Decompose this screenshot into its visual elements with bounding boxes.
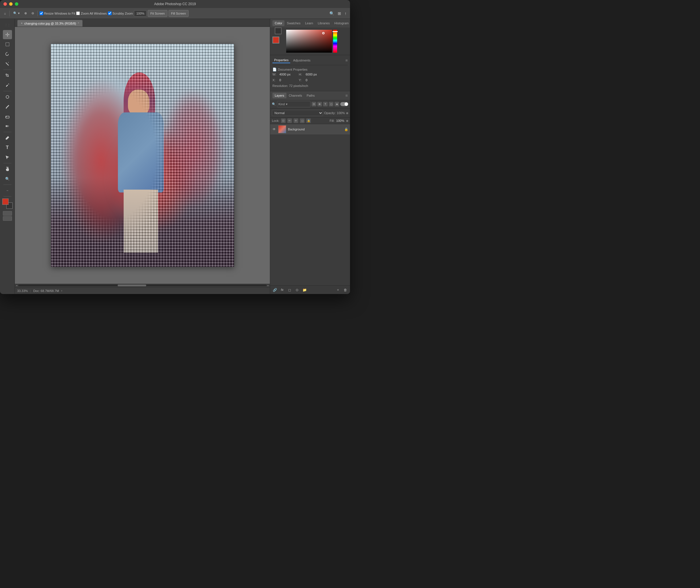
blend-mode-select[interactable]: Normal [272, 110, 323, 116]
tab-adjustments[interactable]: Adjustments [291, 58, 312, 63]
scroll-thumb-horizontal[interactable] [118, 285, 146, 286]
canvas-tab-active[interactable]: × changing-color.jpg @ 33.3% (RGB/8) * [17, 20, 83, 27]
delete-layer-button[interactable]: 🗑 [342, 287, 348, 293]
layer-row-background[interactable]: 👁 Background 🔒 [270, 124, 350, 134]
opacity-row: Opacity: 100% ⊕ [324, 111, 348, 115]
document-icon: 📄 [272, 67, 277, 71]
quick-mask-button[interactable] [3, 211, 12, 216]
bg-color-panel-swatch[interactable] [275, 27, 281, 34]
layers-filter-dropdown[interactable]: Kind ▾ [277, 101, 310, 107]
fill-screen-button[interactable]: Fill Screen [168, 10, 189, 17]
lock-transparent-pixels[interactable]: ⊡ [281, 118, 285, 123]
status-expand-arrow[interactable]: › [61, 289, 62, 292]
tab-learn[interactable]: Learn [303, 20, 315, 26]
lock-label: Lock: [272, 119, 279, 122]
x-value: 0 [279, 78, 296, 82]
zoom-out-button[interactable]: ⊖ [30, 10, 36, 17]
hue-slider[interactable] [333, 30, 337, 53]
new-group-button[interactable]: 📁 [301, 287, 307, 293]
new-layer-button[interactable]: + [335, 287, 341, 293]
horizontal-scrollbar[interactable]: ◂ ▸ [15, 284, 270, 287]
search-button[interactable]: 🔍 [328, 11, 335, 16]
scrubby-zoom-checkbox[interactable]: Scrubby Zoom [108, 11, 133, 15]
layers-panel-menu-icon[interactable]: ≡ [345, 93, 348, 98]
tab-channels[interactable]: Channels [286, 93, 304, 98]
color-gradient-picker[interactable] [286, 30, 332, 53]
layout-button[interactable]: ⊞ [336, 11, 342, 16]
filter-dropdown-arrow: ▾ [286, 102, 287, 106]
tool-selection[interactable] [3, 40, 12, 49]
tab-layers[interactable]: Layers [272, 93, 286, 98]
screen-mode-button[interactable] [3, 216, 12, 221]
tool-zoom[interactable]: 🔍 [3, 174, 12, 183]
tool-more[interactable]: ··· [3, 186, 12, 195]
tool-brush[interactable] [3, 102, 12, 111]
zoom-all-windows-checkbox[interactable]: Zoom All Windows [76, 11, 106, 15]
tool-path-select[interactable] [3, 153, 12, 162]
lock-image-pixels[interactable]: ✏ [287, 118, 292, 123]
fx-button[interactable]: fx [279, 287, 285, 293]
tool-magic-wand[interactable] [3, 59, 12, 68]
home-button[interactable]: ⌂ [2, 10, 8, 17]
close-tab-icon[interactable]: × [21, 22, 23, 25]
scrubby-zoom-label: Scrubby Zoom [112, 12, 133, 15]
tab-libraries[interactable]: Libraries [315, 20, 332, 26]
foreground-color-swatch[interactable] [2, 198, 9, 205]
fit-screen-button[interactable]: Fit Screen [148, 10, 167, 17]
minimize-button[interactable] [9, 2, 13, 6]
filter-text-icon[interactable]: T [323, 102, 328, 106]
scroll-left-arrow[interactable]: ◂ [15, 284, 18, 287]
width-label: W: [272, 73, 278, 76]
opacity-increment-icon[interactable]: ⊕ [346, 112, 348, 115]
link-layers-button[interactable]: 🔗 [272, 287, 277, 293]
tool-sep-1 [3, 69, 11, 70]
tab-swatches[interactable]: Swatches [284, 20, 303, 26]
tool-eraser[interactable] [3, 112, 12, 121]
tool-move[interactable] [3, 30, 12, 39]
layer-visibility-toggle[interactable]: 👁 [272, 127, 276, 132]
filter-shape-icon[interactable]: ◻ [329, 102, 333, 106]
tool-gradient[interactable] [3, 122, 12, 131]
fill-increment-icon[interactable]: ⊕ [346, 119, 348, 122]
filter-pixel-icon[interactable]: ⊡ [312, 102, 316, 106]
tool-spot-heal[interactable] [3, 92, 12, 102]
tool-lasso[interactable] [3, 49, 12, 59]
zoom-in-button[interactable]: ⊕ [23, 10, 29, 17]
color-panel-section: Color Swatches Learn Libraries Histogram… [270, 19, 350, 55]
tab-histogram[interactable]: Histogram [332, 20, 350, 26]
canvas-viewport[interactable] [15, 27, 270, 284]
adjustment-layer-button[interactable]: ⊙ [294, 287, 300, 293]
lock-artboard[interactable]: ◻ [300, 118, 304, 123]
lock-position[interactable]: ✛ [293, 118, 298, 123]
tool-text[interactable]: T [3, 143, 12, 152]
scroll-right-arrow[interactable]: ▸ [266, 284, 270, 287]
share-button[interactable]: ↑ [343, 11, 348, 16]
filter-smart-icon[interactable]: ◈ [334, 102, 339, 106]
person-pants [124, 190, 158, 253]
fg-color-panel-swatch[interactable] [272, 37, 279, 43]
tab-color[interactable]: Color [272, 20, 284, 26]
properties-panel-menu-icon[interactable]: ≡ [345, 58, 348, 63]
color-panel-tabs: Color Swatches Learn Libraries Histogram… [270, 19, 350, 27]
resize-windows-label: Resize Windows to Fit [44, 12, 75, 15]
filter-adjustment-icon[interactable]: ⊕ [317, 102, 322, 106]
zoom-tool-button[interactable]: 🔍 ▾ [11, 10, 21, 17]
tool-eyedropper[interactable] [3, 81, 12, 90]
scrubby-zoom-input[interactable] [108, 11, 112, 15]
maximize-button[interactable] [15, 2, 18, 6]
zoom-all-windows-input[interactable] [76, 11, 80, 15]
layers-filter-toggle[interactable] [340, 102, 348, 106]
tab-paths[interactable]: Paths [304, 93, 317, 98]
tool-pen[interactable] [3, 133, 12, 142]
zoom-all-windows-label: Zoom All Windows [81, 12, 106, 15]
tool-crop[interactable] [3, 71, 12, 80]
lock-all[interactable]: 🔒 [306, 118, 311, 123]
tab-properties[interactable]: Properties [272, 57, 290, 63]
close-button[interactable] [3, 2, 7, 6]
add-mask-button[interactable]: ◻ [287, 287, 292, 293]
opacity-label: Opacity: [324, 111, 336, 115]
resize-windows-input[interactable] [39, 11, 43, 15]
tool-hand[interactable] [3, 164, 12, 174]
zoom-percentage-input[interactable] [134, 10, 146, 17]
resize-windows-checkbox[interactable]: Resize Windows to Fit [39, 11, 75, 15]
